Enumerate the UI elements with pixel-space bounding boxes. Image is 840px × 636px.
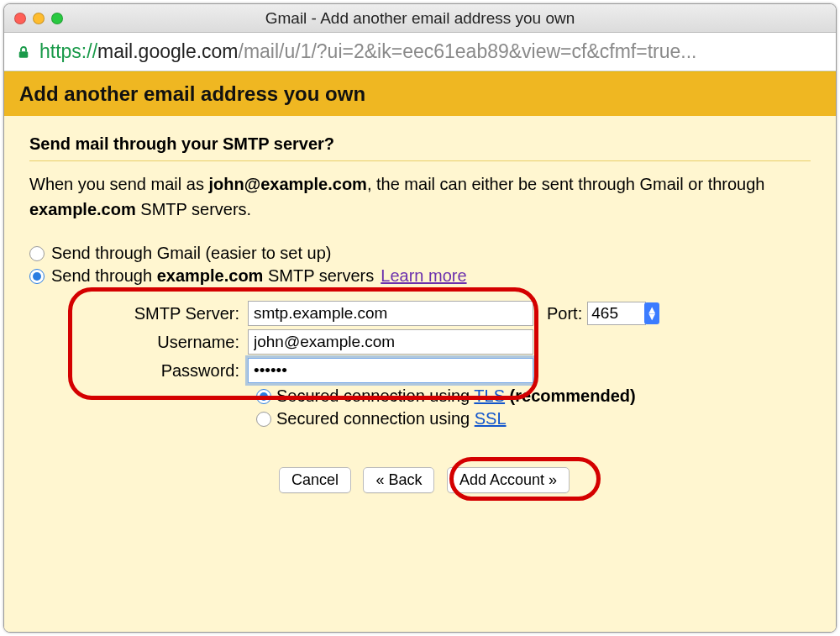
smtp-server-input[interactable] — [248, 301, 533, 326]
tls-link[interactable]: TLS — [474, 386, 505, 405]
page-content: Add another email address you own Send m… — [4, 71, 836, 632]
url-path: /mail/u/1/?ui=2&ik=eec61eab89&view=cf&cf… — [239, 40, 697, 63]
cancel-button[interactable]: Cancel — [279, 467, 351, 493]
email-address: john@example.com — [208, 175, 366, 193]
url-scheme: https:// — [39, 40, 97, 63]
traffic-lights — [14, 13, 63, 24]
minimize-window-button[interactable] — [33, 13, 45, 24]
domain-name: example.com — [29, 200, 136, 218]
username-label: Username: — [80, 333, 248, 352]
intro-text: When you send mail as john@example.com, … — [29, 161, 811, 240]
radio-icon[interactable] — [29, 269, 45, 284]
window-title: Gmail - Add another email address you ow… — [14, 9, 826, 28]
port-select[interactable] — [587, 302, 646, 325]
smtp-form: SMTP Server: Port: ▲▼ Username: Password… — [80, 301, 769, 493]
radio-send-through-gmail[interactable]: Send through Gmail (easier to set up) — [29, 244, 811, 263]
browser-window: Gmail - Add another email address you ow… — [3, 3, 837, 633]
lock-icon — [16, 43, 31, 61]
username-row: Username: — [80, 329, 769, 355]
password-label: Password: — [80, 361, 248, 381]
ssl-link[interactable]: SSL — [475, 409, 507, 428]
zoom-window-button[interactable] — [51, 13, 63, 24]
port-label: Port: — [547, 304, 582, 323]
page-title: Add another email address you own — [4, 72, 836, 116]
password-input[interactable] — [248, 358, 533, 383]
address-bar[interactable]: https://mail.google.com/mail/u/1/?ui=2&i… — [4, 33, 836, 71]
url-host: mail.google.com — [97, 40, 238, 63]
radio-label: Send through example.com SMTP servers — [51, 266, 374, 286]
radio-send-through-smtp[interactable]: Send through example.com SMTP servers Le… — [29, 266, 811, 286]
close-window-button[interactable] — [14, 13, 26, 24]
username-input[interactable] — [248, 329, 533, 355]
titlebar: Gmail - Add another email address you ow… — [4, 4, 836, 33]
radio-icon[interactable] — [256, 412, 271, 427]
svg-rect-0 — [19, 51, 29, 58]
radio-ssl[interactable]: Secured connection using SSL — [256, 409, 769, 428]
section-heading: Send mail through your SMTP server? — [29, 124, 811, 161]
radio-tls[interactable]: Secured connection using TLS (recommende… — [256, 386, 769, 406]
learn-more-link[interactable]: Learn more — [381, 266, 466, 286]
smtp-server-label: SMTP Server: — [80, 304, 248, 323]
radio-icon[interactable] — [29, 246, 45, 261]
radio-icon[interactable] — [256, 389, 271, 404]
add-account-button[interactable]: Add Account » — [447, 467, 570, 493]
form-panel: Send mail through your SMTP server? When… — [4, 116, 836, 633]
radio-label: Send through Gmail (easier to set up) — [51, 244, 332, 263]
button-row: Cancel « Back Add Account » — [80, 467, 769, 493]
password-row: Password: — [80, 358, 769, 383]
dropdown-arrows-icon[interactable]: ▲▼ — [644, 302, 659, 324]
back-button[interactable]: « Back — [363, 467, 434, 493]
smtp-server-row: SMTP Server: Port: ▲▼ — [80, 301, 769, 326]
